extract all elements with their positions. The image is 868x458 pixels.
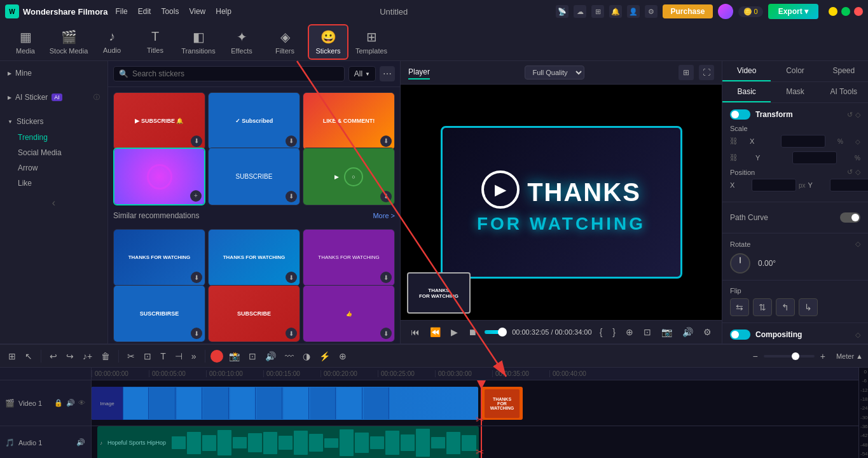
transform-diamond-icon[interactable]: ◇ xyxy=(855,111,860,119)
tl-more-button[interactable]: » xyxy=(188,349,200,363)
mark-in-button[interactable]: { xyxy=(597,326,605,338)
transform-reset-icon[interactable]: ↺ xyxy=(847,111,853,119)
sticker-add-selected[interactable]: + xyxy=(190,190,202,202)
skip-back-button[interactable]: ⏮ xyxy=(408,326,422,338)
stop-button[interactable]: ⏹ xyxy=(465,326,479,338)
track-lock-v1[interactable]: 🔒 xyxy=(53,398,64,408)
menu-file[interactable]: File xyxy=(115,7,127,16)
sticker-download-3[interactable]: ⬇ xyxy=(380,135,392,147)
scale-link-icon[interactable]: ⛓ xyxy=(730,137,738,146)
record-button[interactable] xyxy=(210,350,223,363)
transform-toggle[interactable] xyxy=(730,109,750,120)
sticker-item-circle[interactable]: + xyxy=(113,148,205,205)
toolbar-stickers[interactable]: 😀 Stickers xyxy=(308,24,348,60)
rec-download-2[interactable]: ⬇ xyxy=(286,272,297,283)
audio-btn[interactable]: 🔊 xyxy=(680,326,696,338)
sticker-download-6[interactable]: ⬇ xyxy=(380,191,392,202)
purchase-button[interactable]: Purchase xyxy=(663,4,712,18)
export-button[interactable]: Export ▾ xyxy=(768,4,818,19)
video-track-area[interactable]: Image xyxy=(92,380,858,426)
more-link[interactable]: More > xyxy=(373,212,395,219)
settings-icon[interactable]: ⚙ xyxy=(645,5,658,18)
zoom-thumb[interactable] xyxy=(792,352,799,360)
toolbar-filters[interactable]: ◈ Filters xyxy=(265,24,305,60)
rec-sticker-4[interactable]: SUSCRIBIRSE ⬇ xyxy=(113,285,205,343)
position-reset-icon[interactable]: ↺ xyxy=(847,168,853,176)
meter-button[interactable]: Meter ▲ xyxy=(836,352,863,360)
tl-speed-button[interactable]: ⚡ xyxy=(316,349,333,363)
toolbar-transitions[interactable]: ◧ Transitions xyxy=(178,24,219,60)
zoom-out-button[interactable]: − xyxy=(750,349,761,363)
tl-mask-button[interactable]: ◑ xyxy=(300,349,313,363)
sticker-item-like-comment[interactable]: LIKE & COMMENT! ⬇ xyxy=(303,92,395,150)
position-diamond-icon[interactable]: ◇ xyxy=(855,168,860,176)
sticker-download-1[interactable]: ⬇ xyxy=(191,135,202,147)
sticker-item-subscribe-2[interactable]: SUBSCRIBE ⬇ xyxy=(208,148,300,205)
tl-layout-button[interactable]: ⊞ xyxy=(5,349,19,363)
snapshot-button[interactable]: 📷 xyxy=(659,326,675,338)
sticker-item-subscribed[interactable]: ✓ Subscribed ⬇ xyxy=(208,92,300,150)
scale-y-input[interactable]: 100.00 xyxy=(792,151,837,164)
tl-undo-button[interactable]: ↩ xyxy=(46,349,60,363)
pos-x-input[interactable]: -125.05 xyxy=(752,179,796,191)
rec-download-3[interactable]: ⬇ xyxy=(380,272,392,283)
tl-pip-button[interactable]: ⊡ xyxy=(245,349,259,363)
rec-sticker-1[interactable]: THANKS FOR WATCHING ⬇ xyxy=(113,229,205,287)
settings-btn[interactable]: ⚙ xyxy=(701,326,714,338)
tab-player[interactable]: Player xyxy=(408,66,430,80)
sticker-item-subscribe-1[interactable]: ▶ SUBSCRIBE 🔔 ⬇ xyxy=(113,92,205,150)
track-hide-v1[interactable]: 👁 xyxy=(78,398,86,408)
menu-help[interactable]: Help xyxy=(216,7,231,16)
zoom-in-button-2[interactable]: + xyxy=(817,349,829,363)
toolbar-media[interactable]: ▦ Media xyxy=(5,24,46,60)
tl-wave-button[interactable]: 〰 xyxy=(282,349,297,363)
tl-redo-button[interactable]: ↪ xyxy=(63,349,77,363)
rec-sticker-2[interactable]: THANKS FOR WATCHING ⬇ xyxy=(208,229,300,287)
close-button[interactable] xyxy=(854,7,863,16)
sub-tab-ai-tools[interactable]: AI Tools xyxy=(820,82,868,102)
zoom-slider[interactable] xyxy=(764,355,815,357)
sidebar-item-trending[interactable]: Trending xyxy=(0,130,107,145)
compositing-toggle[interactable] xyxy=(730,330,750,340)
rotate-dial[interactable] xyxy=(730,253,750,274)
menu-edit[interactable]: Edit xyxy=(138,7,151,16)
sticker-clip[interactable]: THANKSFORWATCHING xyxy=(481,387,523,420)
user-avatar[interactable] xyxy=(718,4,733,19)
audio-clip[interactable]: ♪ Hopeful Sports HipHop xyxy=(97,426,479,458)
sticker-download-2[interactable]: ⬇ xyxy=(286,135,297,147)
menu-view[interactable]: View xyxy=(189,7,205,16)
tl-zoom-in-button[interactable]: ⊕ xyxy=(336,349,350,363)
tl-cut-button[interactable]: ✂ xyxy=(124,349,138,363)
rotate-diamond-icon[interactable]: ◇ xyxy=(855,240,860,248)
track-mute-a1[interactable]: 🔊 xyxy=(76,438,86,447)
search-box[interactable]: 🔍 xyxy=(113,66,345,81)
tl-delete-button[interactable]: 🗑 xyxy=(98,349,113,363)
search-input[interactable] xyxy=(132,69,339,78)
scale-x-input[interactable]: 100.00 xyxy=(781,135,825,148)
tl-select-button[interactable]: ↖ xyxy=(22,349,36,363)
sidebar-item-arrow[interactable]: Arrow xyxy=(0,160,107,176)
toolbar-stock-media[interactable]: 🎬 Stock Media xyxy=(48,24,89,60)
cloud-icon[interactable]: ☁ xyxy=(574,5,586,18)
fullscreen-icon[interactable]: ⛶ xyxy=(699,65,714,80)
progress-bar[interactable] xyxy=(485,330,507,334)
timeline-tracks[interactable]: 00:00:00:00 00:00:05:00 00:00:10:00 00:0… xyxy=(92,368,858,458)
flip-v-button-2[interactable]: ↳ xyxy=(799,298,818,316)
play-button[interactable]: ▶ xyxy=(448,326,460,338)
tl-text-button[interactable]: T xyxy=(157,349,169,363)
bell-icon[interactable]: 🔔 xyxy=(609,5,622,18)
crop-button[interactable]: ⊡ xyxy=(641,326,654,338)
audio-track-area[interactable]: ♪ Hopeful Sports HipHop xyxy=(92,426,858,458)
flip-vertical-button[interactable]: ⇅ xyxy=(753,298,772,316)
panel-header-ai[interactable]: ▶ AI Sticker AI ⓘ xyxy=(0,89,107,106)
tl-split-button[interactable]: ⊣ xyxy=(172,349,186,363)
track-mute-v1[interactable]: 🔊 xyxy=(65,398,76,408)
maximize-button[interactable] xyxy=(841,7,850,16)
toolbar-audio[interactable]: ♪ Audio xyxy=(92,24,132,60)
progress-thumb[interactable] xyxy=(498,328,507,337)
toolbar-templates[interactable]: ⊞ Templates xyxy=(351,24,392,60)
sub-tab-basic[interactable]: Basic xyxy=(722,82,771,102)
tab-color[interactable]: Color xyxy=(771,61,819,81)
toolbar-effects[interactable]: ✦ Effects xyxy=(221,24,262,60)
compositing-diamond-icon[interactable]: ◇ xyxy=(855,331,860,339)
